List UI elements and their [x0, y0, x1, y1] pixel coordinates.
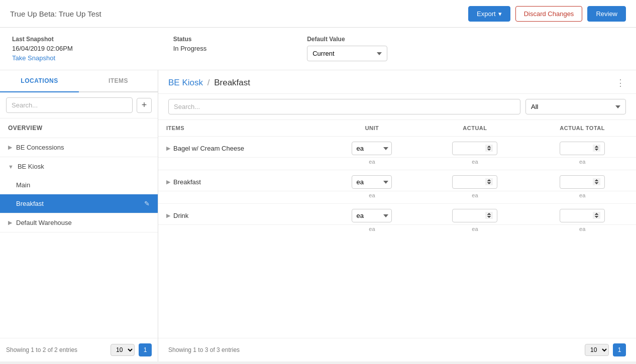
col-actual: ACTUAL	[421, 120, 529, 137]
unit-select-1[interactable]: ea	[352, 175, 392, 189]
take-snapshot-link[interactable]: Take Snapshot	[12, 54, 73, 62]
item-label: Bagel w/ Cream Cheese	[173, 145, 244, 152]
unit-select-0[interactable]: ea	[352, 142, 392, 155]
sidebar-tabs: LOCATIONS ITEMS	[0, 70, 158, 92]
snapshot-section: Last Snapshot 16/04/2019 02:06PM Take Sn…	[12, 36, 73, 62]
meta-bar: Last Snapshot 16/04/2019 02:06PM Take Sn…	[0, 28, 636, 70]
default-value-label: Default Value	[307, 36, 387, 43]
sidebar-item-breakfast[interactable]: Breakfast ✎	[0, 194, 158, 213]
sidebar-page-button[interactable]: 1	[139, 343, 152, 356]
sidebar-overview-group: OVERVIEW	[0, 118, 158, 138]
main-layout: LOCATIONS ITEMS + OVERVIEW ▶ BE Concessi…	[0, 70, 636, 361]
default-value-select-wrap: Current	[307, 46, 387, 61]
breadcrumb-child: Breakfast	[214, 78, 250, 87]
actual-input-0[interactable]	[452, 142, 497, 155]
overview-header: OVERVIEW	[0, 118, 158, 138]
breadcrumb-separator: /	[207, 78, 210, 87]
sidebar-be-concessions-group: ▶ BE Concessions	[0, 138, 158, 157]
unit-sub-label-2: ea	[323, 225, 421, 237]
sidebar: LOCATIONS ITEMS + OVERVIEW ▶ BE Concessi…	[0, 70, 158, 361]
actual-sub-label-1: ea	[421, 191, 529, 204]
sidebar-item-default-warehouse[interactable]: ▶ Default Warehouse	[0, 213, 158, 232]
content-footer-right: 10 1	[585, 343, 626, 356]
actual-total-sub-label-2: ea	[528, 225, 636, 237]
actual-sub-label-0: ea	[421, 158, 529, 170]
content-search-input[interactable]	[168, 99, 520, 114]
row-chevron-icon: ▶	[166, 179, 170, 185]
unit-sub-label-0: ea	[323, 158, 421, 170]
actual-total-sub-label-0: ea	[528, 158, 636, 170]
chevron-right-icon-warehouse: ▶	[8, 219, 12, 226]
header-actions: Export ▾ Discard Changes Review	[468, 6, 626, 22]
table-header-row: ITEMS UNIT ACTUAL ACTUAL TOTAL	[158, 120, 636, 137]
col-actual-total: ACTUAL TOTAL	[528, 120, 636, 137]
table-row-sub: ea ea ea	[158, 225, 636, 237]
row-chevron-icon: ▶	[166, 212, 170, 219]
actual-total-input-2[interactable]	[560, 209, 605, 222]
content-page-size-select[interactable]: 10	[585, 344, 609, 356]
content-area: BE Kiosk / Breakfast ⋮ All ITEMS UNIT AC…	[158, 70, 636, 361]
items-table-wrap: ITEMS UNIT ACTUAL ACTUAL TOTAL ▶ Bagel w…	[158, 120, 636, 338]
app-title: True Up Beta: True Up Test	[10, 10, 101, 18]
dropdown-arrow-icon: ▾	[498, 10, 502, 18]
actual-sub-label-2: ea	[421, 225, 529, 237]
unit-select-2[interactable]: ea	[352, 209, 392, 222]
sidebar-item-be-concessions[interactable]: ▶ BE Concessions	[0, 138, 158, 157]
sidebar-search-input[interactable]	[6, 97, 133, 113]
default-value-section: Default Value Current	[307, 36, 387, 61]
sidebar-page-size-select[interactable]: 10	[111, 344, 135, 356]
tab-items[interactable]: ITEMS	[79, 70, 158, 92]
actual-input-1[interactable]	[452, 175, 497, 189]
snapshot-value: 16/04/2019 02:06PM	[12, 45, 73, 52]
actual-input-2[interactable]	[452, 209, 497, 222]
content-toolbar: All	[158, 94, 636, 120]
table-row: ▶ Breakfast ea	[158, 170, 636, 191]
filter-select[interactable]: All	[525, 99, 626, 114]
more-options-icon[interactable]: ⋮	[616, 77, 626, 88]
status-label: Status	[173, 36, 206, 43]
edit-icon[interactable]: ✎	[144, 200, 150, 207]
content-page-button[interactable]: 1	[613, 343, 626, 356]
status-section: Status In Progress	[173, 36, 206, 52]
table-row: ▶ Bagel w/ Cream Cheese ea	[158, 137, 636, 158]
sidebar-showing-text: Showing 1 to 2 of 2 entries	[6, 346, 107, 353]
table-row: ▶ Drink ea	[158, 204, 636, 225]
export-button[interactable]: Export ▾	[468, 6, 510, 22]
review-button[interactable]: Review	[587, 6, 626, 22]
chevron-down-icon: ▼	[8, 164, 14, 170]
default-value-select[interactable]: Current	[307, 46, 387, 61]
table-row-sub: ea ea ea	[158, 158, 636, 170]
row-chevron-icon: ▶	[166, 145, 170, 152]
item-name-1[interactable]: ▶ Breakfast	[166, 178, 314, 186]
status-value: In Progress	[173, 45, 206, 52]
sidebar-item-be-kiosk[interactable]: ▼ BE Kiosk	[0, 157, 158, 176]
actual-total-input-1[interactable]	[560, 175, 605, 189]
col-items: ITEMS	[158, 120, 323, 137]
snapshot-label: Last Snapshot	[12, 36, 73, 43]
sidebar-be-kiosk-group: ▼ BE Kiosk Main Breakfast ✎	[0, 157, 158, 213]
add-location-button[interactable]: +	[137, 98, 152, 113]
sidebar-item-main[interactable]: Main	[0, 176, 158, 194]
content-footer: Showing 1 to 3 of 3 entries 10 1	[158, 338, 636, 361]
actual-total-input-0[interactable]	[560, 142, 605, 155]
actual-total-sub-label-1: ea	[528, 191, 636, 204]
app-header: True Up Beta: True Up Test Export ▾ Disc…	[0, 0, 636, 28]
tab-locations[interactable]: LOCATIONS	[0, 70, 79, 92]
sidebar-footer: Showing 1 to 2 of 2 entries 10 1	[0, 338, 158, 361]
item-name-0[interactable]: ▶ Bagel w/ Cream Cheese	[166, 145, 314, 152]
col-unit: UNIT	[323, 120, 421, 137]
items-table: ITEMS UNIT ACTUAL ACTUAL TOTAL ▶ Bagel w…	[158, 120, 636, 237]
sidebar-search-row: +	[0, 92, 158, 118]
unit-sub-label-1: ea	[323, 191, 421, 204]
chevron-right-icon: ▶	[8, 144, 12, 151]
table-row-sub: ea ea ea	[158, 191, 636, 204]
content-header: BE Kiosk / Breakfast ⋮	[158, 70, 636, 94]
breadcrumb: BE Kiosk / Breakfast	[168, 78, 250, 88]
item-label: Breakfast	[173, 178, 201, 186]
sidebar-content: OVERVIEW ▶ BE Concessions ▼ BE Kiosk Mai…	[0, 118, 158, 338]
discard-changes-button[interactable]: Discard Changes	[515, 6, 583, 22]
sidebar-default-warehouse-group: ▶ Default Warehouse	[0, 213, 158, 232]
breadcrumb-parent[interactable]: BE Kiosk	[168, 78, 203, 87]
item-label: Drink	[173, 212, 188, 219]
item-name-2[interactable]: ▶ Drink	[166, 212, 314, 219]
